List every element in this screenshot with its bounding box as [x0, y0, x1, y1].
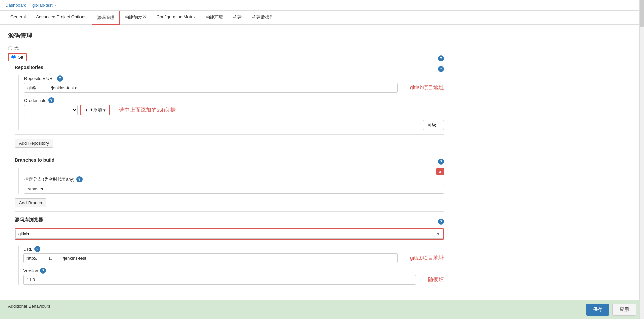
source-url-label: URL — [23, 247, 32, 252]
source-url-label-row: URL ? — [23, 246, 444, 252]
radio-git-box: Git — [8, 53, 27, 61]
credentials-label-row: Credentials ? — [24, 97, 444, 103]
repository-url-input[interactable] — [24, 83, 398, 93]
source-version-help-icon[interactable]: ? — [40, 268, 46, 274]
radio-none[interactable] — [8, 46, 12, 50]
repository-url-field: Repository URL ? gitlab项目地址 — [24, 75, 444, 93]
add-label: ✦添加 — [90, 107, 102, 113]
tab-advanced[interactable]: Advanced Project Options — [31, 11, 91, 25]
repositories-header: Repositories ? — [15, 65, 444, 73]
source-version-field: Version ? 随便填 — [23, 268, 444, 285]
url-subsection: URL ? gitlab项目地址 Version ? — [18, 246, 444, 285]
source-browser-label: 源码库浏览器 — [15, 217, 43, 223]
branch-specifier-label: 指定分支 (为空时代表any) — [24, 176, 74, 182]
credentials-select[interactable] — [24, 105, 78, 115]
git-help-icon[interactable]: ? — [438, 55, 444, 61]
bottom-bar: Additional Behaviours 保存 应用 — [0, 300, 644, 319]
breadcrumb-sep2: › — [55, 3, 56, 8]
add-credentials-button[interactable]: ✦ ✦添加 ▾ — [81, 105, 109, 115]
source-browser-select[interactable]: gitlab — [15, 229, 443, 239]
additional-behaviours-label: Additional Behaviours — [8, 304, 50, 316]
tab-scm[interactable]: 源码管理 — [92, 11, 120, 25]
delete-branch-button[interactable]: x — [436, 168, 444, 175]
credentials-help-icon[interactable]: ? — [48, 97, 54, 103]
tab-bar: General Advanced Project Options 源码管理 构建… — [0, 11, 644, 25]
repo-url-help-icon[interactable]: ? — [57, 75, 63, 82]
scrollbar-track[interactable] — [639, 0, 644, 319]
add-credentials-box: ✦ ✦添加 ▾ — [80, 105, 110, 115]
repositories-label: Repositories — [15, 65, 43, 70]
source-version-annotation: 随便填 — [428, 276, 444, 283]
source-browser-header: 源码库浏览器 ? — [15, 217, 444, 226]
radio-git-label: Git — [18, 55, 23, 60]
branch-specifier-help-icon[interactable]: ? — [76, 176, 83, 182]
source-version-label-row: Version ? — [23, 268, 444, 274]
repo-url-annotation: gitlab项目地址 — [410, 84, 444, 91]
advanced-button[interactable]: 高级... — [423, 120, 444, 130]
save-button[interactable]: 保存 — [586, 304, 609, 316]
advanced-row: 高级... — [24, 120, 444, 130]
add-repository-button[interactable]: Add Repository — [15, 139, 53, 148]
branch-specifier-field: 指定分支 (为空时代表any) ? — [24, 176, 444, 194]
source-browser-select-box: gitlab — [15, 228, 444, 240]
source-url-annotation: gitlab项目地址 — [410, 255, 444, 262]
branch-specifier-label-row: 指定分支 (为空时代表any) ? — [24, 176, 444, 182]
add-repository-row: Add Repository — [15, 139, 444, 148]
source-version-label: Version — [23, 268, 38, 273]
project-link[interactable]: git-lab-test — [32, 3, 53, 8]
source-version-input[interactable] — [23, 275, 416, 285]
radio-none-label: 无 — [14, 45, 19, 51]
branches-help-icon[interactable]: ? — [438, 159, 444, 165]
apply-button[interactable]: 应用 — [612, 304, 636, 316]
repositories-block: Repository URL ? gitlab项目地址 Credentials … — [18, 75, 444, 130]
git-section: Repositories ? Repository URL ? gitlab项目… — [15, 65, 444, 285]
repositories-help-icon[interactable]: ? — [438, 66, 444, 72]
tab-general[interactable]: General — [5, 11, 31, 25]
breadcrumb: Dashboard › git-lab-test › — [0, 0, 644, 11]
tab-env[interactable]: 构建环境 — [201, 11, 228, 25]
branches-block: x 指定分支 (为空时代表any) ? — [18, 168, 444, 194]
branches-section: Branches to build ? x 指定分支 (为空时代表any) ? — [15, 157, 444, 207]
tab-build[interactable]: 构建 — [228, 11, 247, 25]
repository-url-label-row: Repository URL ? — [24, 75, 444, 82]
add-branch-row: Add Branch — [15, 198, 444, 207]
source-browser-select-wrapper: gitlab — [15, 229, 443, 239]
add-dropdown-arrow: ▾ — [103, 108, 106, 113]
tab-post[interactable]: 构建后操作 — [247, 11, 279, 25]
credentials-annotation: 选中上面添加的ssh凭据 — [119, 107, 176, 114]
radio-git[interactable] — [11, 55, 16, 59]
repository-url-label: Repository URL — [24, 76, 55, 81]
source-url-help-icon[interactable]: ? — [34, 246, 40, 252]
main-content: 源码管理 无 Git ? Repositories ? — [0, 25, 644, 319]
branches-header: Branches to build ? — [15, 157, 444, 166]
tab-matrix[interactable]: Configuration Matrix — [152, 11, 201, 25]
breadcrumb-sep1: › — [29, 3, 30, 8]
scrollbar-thumb[interactable] — [640, 0, 644, 27]
source-url-field: URL ? gitlab项目地址 — [23, 246, 444, 263]
add-icon: ✦ — [85, 108, 88, 113]
branch-specifier-input[interactable] — [24, 184, 444, 194]
tab-triggers[interactable]: 构建触发器 — [120, 11, 152, 25]
radio-none-option: 无 — [8, 45, 444, 51]
source-browser-help-icon[interactable]: ? — [438, 219, 444, 225]
add-branch-button[interactable]: Add Branch — [15, 198, 46, 207]
credentials-label: Credentials — [24, 98, 46, 103]
source-url-input[interactable] — [23, 253, 398, 263]
credentials-field: Credentials ? ✦ ✦添加 ▾ — [24, 97, 444, 115]
credentials-row: ✦ ✦添加 ▾ 选中上面添加的ssh凭据 — [24, 105, 444, 115]
dashboard-link[interactable]: Dashboard — [5, 3, 27, 8]
scm-title: 源码管理 — [8, 32, 444, 40]
branches-label: Branches to build — [15, 157, 54, 163]
source-browser-section: 源码库浏览器 ? gitlab URL — [15, 217, 444, 285]
